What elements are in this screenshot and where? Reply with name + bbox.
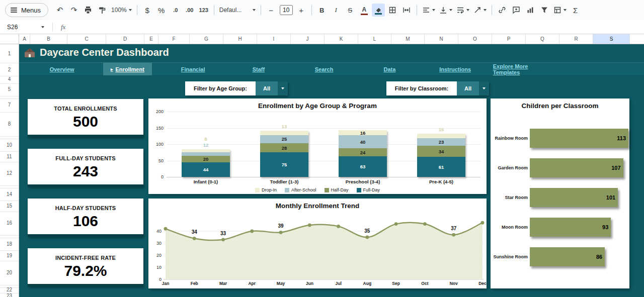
room-value-label: 101 [606, 194, 618, 201]
tables-dropdown-button[interactable] [552, 4, 568, 17]
select-all-corner[interactable] [0, 34, 19, 44]
undo-button[interactable]: ↶ [53, 4, 66, 17]
functions-button[interactable]: Σ [569, 4, 582, 17]
tab-search[interactable]: Search [310, 63, 339, 75]
tab-instructions[interactable]: Instructions [434, 63, 476, 75]
column-header-N[interactable]: N [425, 34, 458, 44]
chart-children-per-classroom[interactable]: Children per Classroom Rainbow Room113Ga… [491, 98, 629, 288]
menu-icon [11, 7, 17, 14]
kpi-full-day-students: FULL-DAY STUDENTS 243 [28, 149, 143, 187]
toolbar-separator [492, 5, 492, 15]
chart-monthly-enrollment-trend[interactable]: Monthly Enrollment Trend 010203040343339… [148, 199, 487, 288]
column-header-E[interactable]: E [144, 34, 158, 44]
text-rotation-button[interactable] [472, 4, 488, 17]
column-header-H[interactable]: H [223, 34, 257, 44]
column-header-M[interactable]: M [391, 34, 425, 44]
row-header-19[interactable]: 19 [0, 253, 19, 258]
bar-segment-after-school: 40 [339, 135, 387, 148]
bold-button[interactable]: B [315, 4, 329, 17]
column-header-P[interactable]: P [492, 34, 526, 44]
row-divider [0, 250, 19, 251]
row-header-7[interactable]: 7 [0, 102, 19, 108]
increase-font-size-button[interactable]: + [295, 4, 308, 17]
tab-enrollment[interactable]: ▸ Enrollment [103, 63, 152, 75]
row-header-4[interactable]: 4 [0, 76, 19, 82]
row-header-2[interactable]: 2 [0, 67, 19, 72]
text-wrap-button[interactable] [455, 4, 471, 17]
row-header-10[interactable]: 10 [0, 142, 19, 148]
row-header-12[interactable]: 12 [0, 170, 19, 176]
text-color-button[interactable]: A [358, 4, 371, 17]
borders-button[interactable] [386, 4, 399, 17]
y-axis-tick-label: 30 [156, 241, 162, 246]
increase-decimal-button[interactable]: .00 [183, 4, 196, 17]
paint-format-button[interactable] [96, 4, 109, 17]
insert-link-button[interactable] [496, 4, 509, 17]
row-header-11[interactable]: 11 [0, 154, 19, 159]
row-header-20[interactable]: 20 [0, 270, 19, 275]
column-header-R[interactable]: R [559, 34, 593, 44]
column-header-O[interactable]: O [458, 34, 492, 44]
tab-data[interactable]: Data [378, 63, 400, 75]
font-size-input[interactable]: 10 [280, 5, 293, 15]
data-point-Dec [481, 221, 485, 225]
insert-chart-button[interactable] [524, 4, 537, 17]
fill-color-button[interactable] [372, 4, 385, 17]
redo-button[interactable]: ↷ [67, 4, 80, 17]
classroom-filter-dropdown[interactable]: All [457, 81, 489, 95]
row-header-22[interactable]: 22 [0, 287, 19, 292]
kpi-label: FULL-DAY STUDENTS [28, 155, 143, 161]
row-header-8[interactable]: 8 [0, 121, 19, 127]
name-box[interactable]: S26 [0, 20, 48, 34]
classroom-filter: Filter by Classroom: All [386, 81, 489, 95]
strikethrough-button[interactable]: S [344, 4, 357, 17]
row-header-5[interactable]: 5 [0, 86, 19, 92]
row-header-1[interactable]: 1 [0, 51, 19, 56]
classroom-filter-label: Filter by Classroom: [386, 81, 457, 95]
tab-financial[interactable]: Financial [176, 63, 210, 75]
column-header-J[interactable]: J [291, 34, 325, 44]
column-header-B[interactable]: B [30, 34, 67, 44]
formula-bar: S26 fx [0, 20, 644, 34]
create-filter-button[interactable] [538, 4, 551, 17]
menus-button[interactable]: Menus [5, 3, 48, 17]
column-header-F[interactable]: F [158, 34, 190, 44]
column-header-Q[interactable]: Q [526, 34, 559, 44]
column-header-D[interactable]: D [106, 34, 144, 44]
tab-staff[interactable]: Staff [248, 63, 270, 75]
column-header-C[interactable]: C [67, 34, 106, 44]
vertical-align-button[interactable] [438, 4, 454, 17]
decrease-font-size-button[interactable]: − [265, 4, 278, 17]
merge-cells-button[interactable] [400, 4, 413, 17]
fx-icon[interactable]: fx [57, 23, 69, 31]
column-header-I[interactable]: I [257, 34, 291, 44]
column-header-S[interactable]: S [593, 34, 630, 44]
age-group-filter-dropdown[interactable]: All [256, 81, 288, 95]
name-box-value: S26 [7, 24, 18, 31]
row-header-14[interactable]: 14 [0, 191, 19, 197]
column-header-A[interactable]: A [19, 34, 30, 44]
column-header-K[interactable]: K [325, 34, 358, 44]
room-bar-rainbow-room: 113 [530, 129, 628, 148]
column-headers: ABCDEFGHIJKLMNOPQRS [0, 34, 644, 44]
font-dropdown[interactable]: Defaul... [218, 4, 257, 17]
add-comment-button[interactable] [510, 4, 523, 17]
zoom-dropdown[interactable]: 100% [110, 4, 133, 17]
chart-enrollment-by-age-group[interactable]: Enrollment by Age Group & Program 050100… [148, 98, 487, 194]
column-header-G[interactable]: G [190, 34, 223, 44]
row-header-15[interactable]: 15 [0, 203, 19, 209]
tab-explore-more-templates[interactable]: Explore More Templates [488, 63, 553, 75]
tab-overview[interactable]: Overview [45, 63, 79, 75]
horizontal-align-button[interactable] [421, 4, 437, 17]
format-percent-button[interactable]: % [155, 4, 168, 17]
print-button[interactable] [82, 4, 95, 17]
format-currency-button[interactable]: $ [141, 4, 154, 17]
row-header-23[interactable]: 23 [0, 293, 19, 297]
row-header-18[interactable]: 18 [0, 241, 19, 247]
row-header-16[interactable]: 16 [0, 220, 19, 226]
decrease-decimal-button[interactable]: .0 [169, 4, 182, 17]
bar-segment-after-school: 23 [417, 138, 465, 146]
italic-button[interactable]: I [330, 4, 343, 17]
column-header-L[interactable]: L [358, 34, 391, 44]
number-format-button[interactable]: 123 [197, 4, 210, 17]
